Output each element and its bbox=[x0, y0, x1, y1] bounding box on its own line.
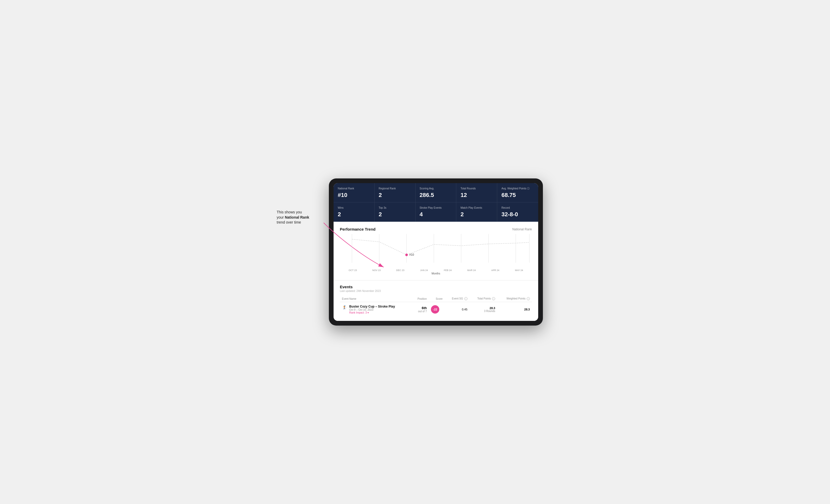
stats-row-1: National Rank #10 Regional Rank 2 Scorin… bbox=[333, 183, 538, 202]
x-label-may24: MAY 24 bbox=[507, 269, 531, 272]
stat-record: Record 32-8-0 bbox=[497, 202, 538, 222]
event-score: -22 bbox=[429, 302, 445, 317]
stat-stroke-play-events: Stroke Play Events 4 bbox=[416, 202, 456, 222]
stat-label-match-play-events: Match Play Events bbox=[460, 206, 493, 209]
x-label-feb24: FEB 24 bbox=[436, 269, 459, 272]
info-icon-event-sg: i bbox=[464, 297, 468, 300]
chart-area: #10 bbox=[340, 234, 532, 268]
event-position: 6th out of 7 bbox=[412, 302, 429, 317]
performance-chart: #10 bbox=[340, 234, 532, 268]
chart-x-labels: OCT 23 NOV 23 DEC 23 JAN 24 FEB 24 MAR 2… bbox=[340, 269, 532, 272]
stat-label-scoring-avg: Scoring Avg. bbox=[420, 187, 452, 190]
col-total-points: Total Points i bbox=[470, 296, 497, 302]
event-rank-impact[interactable]: Rank Impact: 3 ▾ bbox=[349, 311, 395, 314]
stat-label-total-rounds: Total Rounds bbox=[460, 187, 493, 190]
stat-label-regional-rank: Regional Rank bbox=[379, 187, 411, 190]
stat-label-record: Record bbox=[501, 206, 534, 209]
col-weighted-points: Weighted Points i bbox=[497, 296, 532, 302]
event-sg: 0.45 bbox=[445, 302, 470, 317]
stat-national-rank: National Rank #10 bbox=[333, 183, 375, 202]
event-total-points: 28.3 3 Rounds bbox=[470, 302, 497, 317]
stat-value-regional-rank: 2 bbox=[379, 192, 411, 199]
tooltip-text: This shows you your National Rank trend … bbox=[277, 210, 324, 225]
chart-x-title: Months bbox=[340, 272, 532, 275]
event-weighted-points: 28.3 bbox=[497, 302, 532, 317]
x-label-dec23: DEC 23 bbox=[388, 269, 412, 272]
perf-subtitle: National Rank bbox=[512, 228, 532, 231]
stats-row-2: Wins 2 Top 3s 2 Stroke Play Events 4 Mat… bbox=[333, 202, 538, 222]
stat-label-national-rank: National Rank bbox=[338, 187, 370, 190]
stat-total-rounds: Total Rounds 12 bbox=[456, 183, 497, 202]
stat-value-match-play-events: 2 bbox=[460, 211, 493, 218]
col-score: Score bbox=[429, 296, 445, 302]
event-name: Buster Cozy Cup – Stroke Play bbox=[349, 305, 395, 308]
score-badge: -22 bbox=[431, 305, 439, 313]
stat-avg-weighted-points: Avg. Weighted Points ⓘ 68.75 bbox=[497, 183, 538, 202]
stat-top3s: Top 3s 2 bbox=[375, 202, 416, 222]
perf-header: Performance Trend National Rank bbox=[340, 227, 532, 231]
event-name-cell: 🏌 Buster Cozy Cup – Stroke Play Oct 9 – … bbox=[340, 302, 412, 317]
info-icon-weighted-points: i bbox=[527, 297, 530, 300]
stat-label-avg-weighted-points: Avg. Weighted Points ⓘ bbox=[501, 187, 534, 190]
svg-text:#10: #10 bbox=[409, 253, 414, 256]
stat-label-wins: Wins bbox=[338, 206, 370, 209]
stat-label-stroke-play-events: Stroke Play Events bbox=[420, 206, 452, 209]
col-position: Position bbox=[412, 296, 429, 302]
event-date: Oct 9 – Oct 10, 2023 bbox=[349, 308, 395, 311]
col-event-sg: Event SG i bbox=[445, 296, 470, 302]
events-section: Events Last updated: 24th November 2023 … bbox=[333, 280, 538, 321]
tablet-screen: National Rank #10 Regional Rank 2 Scorin… bbox=[333, 183, 538, 321]
stat-value-avg-weighted-points: 68.75 bbox=[501, 192, 534, 199]
x-label-mar24: MAR 24 bbox=[459, 269, 483, 272]
stat-value-total-rounds: 12 bbox=[460, 192, 493, 199]
info-icon-total-points: i bbox=[492, 297, 495, 300]
stat-wins: Wins 2 bbox=[333, 202, 375, 222]
stat-value-wins: 2 bbox=[338, 211, 370, 218]
stat-label-top3s: Top 3s bbox=[379, 206, 411, 209]
perf-title: Performance Trend bbox=[340, 227, 376, 231]
stat-value-national-rank: #10 bbox=[338, 192, 370, 199]
events-title: Events bbox=[340, 284, 532, 289]
svg-point-9 bbox=[405, 254, 408, 256]
events-table-header: Event Name Position Score Event SG i Tot… bbox=[340, 296, 532, 302]
events-last-updated: Last updated: 24th November 2023 bbox=[340, 290, 532, 293]
scene: This shows you your National Rank trend … bbox=[277, 178, 553, 326]
performance-section: Performance Trend National Rank bbox=[333, 222, 538, 280]
x-label-apr24: APR 24 bbox=[483, 269, 507, 272]
stat-scoring-avg: Scoring Avg. 286.5 bbox=[416, 183, 456, 202]
tablet: National Rank #10 Regional Rank 2 Scorin… bbox=[329, 178, 543, 326]
x-label-oct23: OCT 23 bbox=[341, 269, 364, 272]
stat-value-stroke-play-events: 4 bbox=[420, 211, 452, 218]
stat-value-top3s: 2 bbox=[379, 211, 411, 218]
col-event-name: Event Name bbox=[340, 296, 412, 302]
events-table: Event Name Position Score Event SG i Tot… bbox=[340, 296, 532, 317]
event-icon: 🏌 bbox=[342, 305, 347, 310]
table-row: 🏌 Buster Cozy Cup – Stroke Play Oct 9 – … bbox=[340, 302, 532, 317]
stat-value-scoring-avg: 286.5 bbox=[420, 192, 452, 199]
stat-value-record: 32-8-0 bbox=[501, 211, 534, 218]
x-label-jan24: JAN 24 bbox=[412, 269, 436, 272]
stat-regional-rank: Regional Rank 2 bbox=[375, 183, 416, 202]
stat-match-play-events: Match Play Events 2 bbox=[456, 202, 497, 222]
x-label-nov23: NOV 23 bbox=[364, 269, 388, 272]
